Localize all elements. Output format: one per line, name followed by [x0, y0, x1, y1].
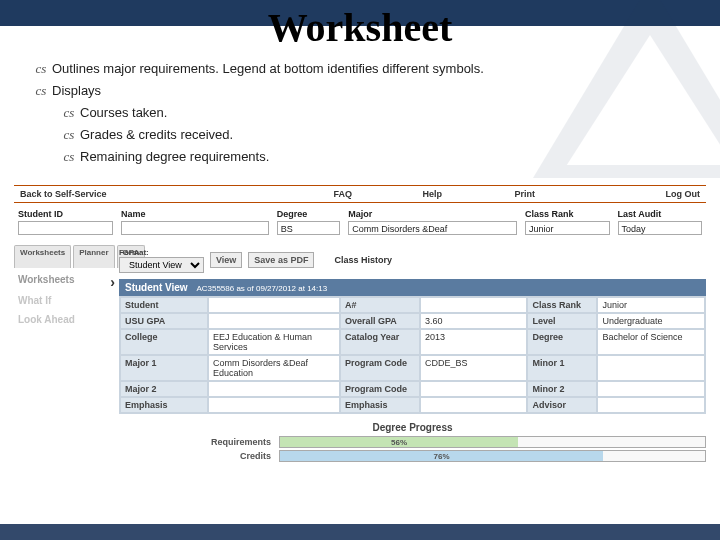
side-nav-what-if[interactable]: What If [14, 291, 119, 310]
lbl-major1: Major 1 [120, 355, 208, 381]
val-emphasis-2 [420, 397, 528, 413]
student-id-input[interactable] [18, 221, 113, 235]
lbl-usu-gpa: USU GPA [120, 313, 208, 329]
chevron-right-icon: › [110, 274, 115, 290]
lbl-student: Student [120, 297, 208, 313]
bullet-icon: cs [58, 105, 80, 121]
val-catalog-year: 2013 [420, 329, 528, 355]
lbl-emphasis-2: Emphasis [340, 397, 420, 413]
val-minor1 [597, 355, 705, 381]
slide-bottom-bar [0, 524, 720, 540]
nav-back[interactable]: Back to Self-Service [14, 186, 299, 203]
lbl-emphasis: Emphasis [120, 397, 208, 413]
field-student-id: Student ID [14, 207, 117, 237]
lbl-rank: Class Rank [527, 297, 597, 313]
val-level: Undergraduate [597, 313, 705, 329]
save-pdf-button[interactable]: Save as PDF [248, 252, 314, 268]
val-advisor [597, 397, 705, 413]
bullet-icon: cs [58, 149, 80, 165]
lbl-college: College [120, 329, 208, 355]
lbl-anumber: A# [340, 297, 420, 313]
bullet-icon: cs [30, 83, 52, 99]
side-nav-worksheets[interactable]: Worksheets › [14, 268, 119, 291]
val-major1: Comm Disorders &Deaf Education [208, 355, 340, 381]
val-degree: Bachelor of Science [597, 329, 705, 355]
bullet-outline: cs Outlines major requirements. Legend a… [30, 61, 690, 77]
val-minor2 [597, 381, 705, 397]
bullet-icon: cs [58, 127, 80, 143]
field-last-audit: Last Audit Today [614, 207, 706, 237]
credits-progress-fill: 76% [280, 451, 603, 461]
sub-bullet: cs Courses taken. [58, 105, 690, 121]
top-nav: Back to Self-Service FAQ Help Print Log … [14, 185, 706, 203]
val-anumber [420, 297, 528, 313]
val-college: EEJ Education & Human Services [208, 329, 340, 355]
major-value: Comm Disorders &Deaf [348, 221, 517, 235]
nav-logout[interactable]: Log Out [572, 186, 706, 203]
lbl-advisor: Advisor [527, 397, 597, 413]
field-name: Name [117, 207, 273, 237]
nav-print[interactable]: Print [478, 186, 572, 203]
format-select[interactable]: Student View [119, 257, 204, 273]
nav-faq[interactable]: FAQ [299, 186, 387, 203]
field-major: Major Comm Disorders &Deaf [344, 207, 521, 237]
view-banner: Student View AC355586 as of 09/27/2012 a… [119, 279, 706, 296]
val-usu-gpa [208, 313, 340, 329]
progress-credits: Credits 76% [119, 450, 706, 462]
last-audit-value: Today [618, 221, 702, 235]
degree-progress-title: Degree Progress [119, 422, 706, 433]
lbl-program-code-2: Program Code [340, 381, 420, 397]
tab-planner[interactable]: Planner [73, 245, 114, 268]
tab-worksheets[interactable]: Worksheets [14, 245, 71, 268]
format-label: Format: [119, 248, 149, 257]
bullet-displays: cs Displays [30, 83, 690, 99]
degree-select[interactable]: BS [277, 221, 340, 235]
field-degree: Degree BS [273, 207, 344, 237]
val-major2 [208, 381, 340, 397]
val-emphasis [208, 397, 340, 413]
lbl-major2: Major 2 [120, 381, 208, 397]
student-info-grid: Student A# Class Rank Junior USU GPA Ove… [119, 296, 706, 414]
lbl-level: Level [527, 313, 597, 329]
class-rank-value: Junior [525, 221, 609, 235]
val-program-code: CDDE_BS [420, 355, 528, 381]
name-input[interactable] [121, 221, 269, 235]
side-nav-look-ahead[interactable]: Look Ahead [14, 310, 119, 329]
sub-bullet: cs Grades & credits received. [58, 127, 690, 143]
val-rank: Junior [597, 297, 705, 313]
field-class-rank: Class Rank Junior [521, 207, 613, 237]
val-program-code-2 [420, 381, 528, 397]
lbl-program-code: Program Code [340, 355, 420, 381]
lbl-minor1: Minor 1 [527, 355, 597, 381]
progress-requirements: Requirements 56% [119, 436, 706, 448]
lbl-overall-gpa: Overall GPA [340, 313, 420, 329]
class-history-link[interactable]: Class History [334, 255, 392, 265]
view-button[interactable]: View [210, 252, 242, 268]
val-overall-gpa: 3.60 [420, 313, 528, 329]
bullet-icon: cs [30, 61, 52, 77]
lbl-degree: Degree [527, 329, 597, 355]
page-title: Worksheet [0, 4, 720, 51]
lbl-minor2: Minor 2 [527, 381, 597, 397]
lbl-catalog-year: Catalog Year [340, 329, 420, 355]
sub-bullet: cs Remaining degree requirements. [58, 149, 690, 165]
requirements-progress-bar: 56% [279, 436, 706, 448]
nav-help[interactable]: Help [387, 186, 478, 203]
credits-progress-bar: 76% [279, 450, 706, 462]
degreeworks-screenshot: Back to Self-Service FAQ Help Print Log … [14, 185, 706, 464]
requirements-progress-fill: 56% [280, 437, 518, 447]
val-student [208, 297, 340, 313]
